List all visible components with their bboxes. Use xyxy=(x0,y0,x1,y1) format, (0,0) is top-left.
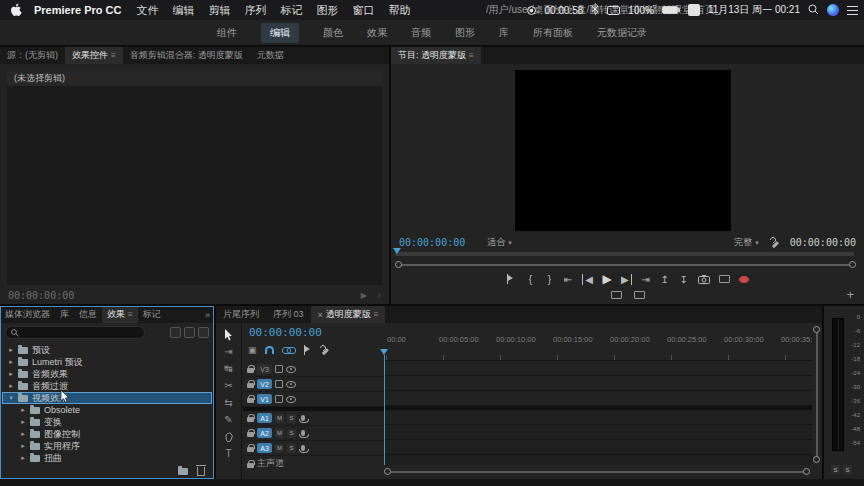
linked-selection-icon[interactable] xyxy=(282,346,295,354)
button-editor-plus-button[interactable]: + xyxy=(846,287,854,302)
ripple-edit-tool[interactable]: ↹ xyxy=(216,362,241,375)
menu-clip[interactable]: 剪辑 xyxy=(208,3,230,18)
tab-overflow-icon[interactable]: » xyxy=(201,306,214,323)
panel-menu-icon[interactable]: ≡ xyxy=(469,51,474,60)
slip-tool[interactable]: ⇆ xyxy=(216,396,241,409)
scrollbar-bottom-handle[interactable] xyxy=(813,456,820,463)
track-header-a2[interactable]: A2 M S xyxy=(243,426,384,441)
tree-item-lumetri-presets[interactable]: ▸Lumetri 预设 xyxy=(2,356,212,368)
chevron-right-icon[interactable]: ▸ xyxy=(8,346,14,354)
solo-button[interactable]: S xyxy=(287,429,296,438)
mark-in-button[interactable]: { xyxy=(525,274,535,285)
chevron-right-icon[interactable]: ▸ xyxy=(20,454,26,462)
tab-metadata[interactable]: 元数据 xyxy=(250,47,291,64)
chevron-right-icon[interactable]: ▸ xyxy=(20,406,26,414)
tab-audio-clip-mixer[interactable]: 音频剪辑混合器: 透明度蒙版 xyxy=(123,47,250,64)
yuv-effects-filter-icon[interactable] xyxy=(198,327,209,338)
apple-menu-icon[interactable] xyxy=(10,3,22,17)
track-lock-icon[interactable] xyxy=(247,444,254,452)
track-output-eye-icon[interactable] xyxy=(286,381,296,388)
razor-tool[interactable]: ✂ xyxy=(216,379,241,392)
tab-sequence-opacity-mask[interactable]: ×透明度蒙版≡ xyxy=(311,306,386,323)
workspace-color[interactable]: 颜色 xyxy=(323,26,343,40)
track-lock-icon[interactable] xyxy=(247,429,254,437)
32bit-effects-filter-icon[interactable] xyxy=(184,327,195,338)
program-playhead[interactable] xyxy=(393,248,401,254)
audio-lane-a2[interactable] xyxy=(384,425,812,440)
tree-item-audio-transitions[interactable]: ▸音频过渡 xyxy=(2,380,212,392)
multi-camera-view-button[interactable] xyxy=(634,291,645,299)
go-to-out-button[interactable]: ⇥ xyxy=(641,274,651,285)
timeline-ruler[interactable]: 00:00 00:00:05:00 00:00:10:00 00:00:15:0… xyxy=(384,323,812,361)
track-lock-icon[interactable] xyxy=(247,380,254,388)
panel-menu-icon[interactable]: ≡ xyxy=(128,310,133,319)
timeline-zoom-scrollbar[interactable] xyxy=(384,468,810,476)
menu-graphics[interactable]: 图形 xyxy=(316,3,338,18)
play-video-icon[interactable]: ▶ xyxy=(361,291,367,300)
playback-resolution-dropdown[interactable]: 完整▾ xyxy=(734,236,759,249)
tree-item-presets[interactable]: ▸预设 xyxy=(2,344,212,356)
workspace-effects[interactable]: 效果 xyxy=(367,26,387,40)
zoom-level-dropdown[interactable]: 适合▾ xyxy=(487,236,512,249)
tab-effects[interactable]: 效果≡ xyxy=(102,306,138,323)
chevron-right-icon[interactable]: ▸ xyxy=(20,418,26,426)
tab-markers[interactable]: 标记 xyxy=(138,306,166,323)
tab-media-browser[interactable]: 媒体浏览器 xyxy=(0,306,55,323)
workspace-graphics[interactable]: 图形 xyxy=(455,26,475,40)
display-mirroring-icon[interactable] xyxy=(607,6,620,15)
workspace-assembly[interactable]: 组件 xyxy=(217,26,237,40)
mark-out-button[interactable]: } xyxy=(544,274,554,285)
tab-sequence-credits[interactable]: 片尾序列 xyxy=(216,306,266,323)
tree-item-audio-effects[interactable]: ▸音频效果 xyxy=(2,368,212,380)
tab-info[interactable]: 信息 xyxy=(74,306,102,323)
solo-button[interactable]: S xyxy=(287,414,296,423)
sync-lock-icon[interactable] xyxy=(275,395,283,403)
effects-search-box[interactable] xyxy=(5,326,145,339)
track-select-forward-tool[interactable]: ⇥ xyxy=(216,345,241,358)
tab-effect-controls[interactable]: 效果控件≡ xyxy=(65,47,123,64)
menu-edit[interactable]: 编辑 xyxy=(172,3,194,18)
sync-lock-icon[interactable] xyxy=(275,380,283,388)
scrollbar-top-handle[interactable] xyxy=(813,326,820,333)
track-output-eye-icon[interactable] xyxy=(286,396,296,403)
solo-left-channel-button[interactable]: S xyxy=(831,465,840,474)
app-menu-title[interactable]: Premiere Pro CC xyxy=(34,4,121,16)
menu-file[interactable]: 文件 xyxy=(136,3,158,18)
track-lock-icon[interactable] xyxy=(247,395,254,403)
panel-menu-icon[interactable]: ≡ xyxy=(374,310,379,319)
track-header-master[interactable]: 主声道 xyxy=(243,456,384,471)
hand-tool[interactable] xyxy=(216,430,241,443)
track-header-a1[interactable]: A1 M S xyxy=(243,411,384,426)
pen-tool[interactable]: ✎ xyxy=(216,413,241,426)
sync-lock-icon[interactable] xyxy=(275,365,283,373)
track-target-a2[interactable]: A2 xyxy=(257,428,272,438)
track-output-eye-icon[interactable] xyxy=(286,366,296,373)
voiceover-record-mic-icon[interactable] xyxy=(301,415,305,421)
extract-button[interactable]: ↧ xyxy=(679,274,689,285)
spotlight-icon[interactable] xyxy=(808,4,819,17)
timeline-vertical-scrollbar[interactable] xyxy=(813,326,821,463)
tab-libraries[interactable]: 库 xyxy=(55,306,74,323)
track-lock-icon[interactable] xyxy=(247,414,254,422)
workspace-metalogging[interactable]: 元数据记录 xyxy=(597,26,647,40)
chevron-down-icon[interactable]: ▾ xyxy=(8,394,14,402)
input-source-icon[interactable] xyxy=(688,4,700,16)
mute-button[interactable]: M xyxy=(275,414,284,423)
timeline-current-timecode[interactable]: 00:00:00:00 xyxy=(249,326,322,339)
siri-icon[interactable] xyxy=(827,4,839,16)
track-header-v2[interactable]: V2 xyxy=(243,377,384,392)
solo-right-channel-button[interactable]: S xyxy=(843,465,852,474)
chevron-right-icon[interactable]: ▸ xyxy=(20,430,26,438)
track-target-a3[interactable]: A3 xyxy=(257,443,272,453)
menu-markers[interactable]: 标记 xyxy=(280,3,302,18)
track-header-v3[interactable]: V3 xyxy=(243,362,384,377)
track-target-v2[interactable]: V2 xyxy=(257,379,272,389)
nested-sequence-icon[interactable]: ▣ xyxy=(248,345,257,355)
new-custom-bin-button[interactable] xyxy=(178,468,188,475)
program-zoom-scrollbar[interactable] xyxy=(395,261,856,269)
chevron-right-icon[interactable]: ▸ xyxy=(8,382,14,390)
track-header-a3[interactable]: A3 M S xyxy=(243,441,384,456)
tree-item-video-effects[interactable]: ▾视频效果 xyxy=(2,392,212,404)
voiceover-record-mic-icon[interactable] xyxy=(301,445,305,451)
video-lane-v2[interactable] xyxy=(384,376,812,391)
